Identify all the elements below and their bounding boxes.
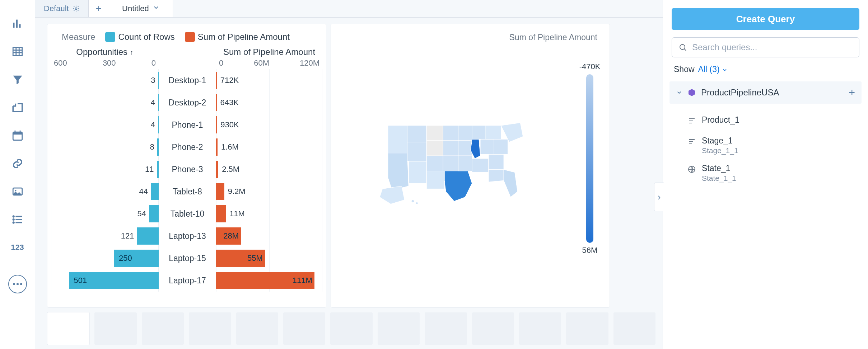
thumb[interactable]	[566, 312, 608, 345]
table-icon[interactable]	[11, 45, 24, 58]
svg-rect-37	[480, 139, 494, 154]
svg-rect-36	[472, 126, 486, 139]
thumb[interactable]	[378, 312, 420, 345]
legend-count: Count of Rows	[105, 32, 174, 42]
count-bar[interactable]	[157, 138, 159, 156]
add-query-button[interactable]: +	[849, 86, 855, 99]
count-bar[interactable]	[157, 161, 159, 178]
query-item[interactable]: Product_1	[672, 111, 859, 132]
search-input[interactable]	[692, 42, 853, 52]
svg-point-19	[13, 219, 14, 220]
show-line: Show All (3)	[672, 65, 859, 74]
svg-text:12: 12	[15, 135, 20, 140]
image-icon[interactable]	[11, 185, 24, 198]
tab-default-label: Default	[44, 4, 69, 13]
tab-untitled[interactable]: Untitled	[109, 0, 173, 17]
bar-row: 8	[51, 136, 159, 158]
amount-bar[interactable]	[216, 138, 218, 156]
thumb[interactable]	[425, 312, 467, 345]
count-bar[interactable]	[149, 205, 159, 222]
amount-label: 712K	[220, 76, 239, 85]
count-label: 4	[151, 98, 155, 107]
svg-rect-35	[458, 156, 472, 171]
amount-label: 11M	[229, 209, 245, 218]
thumb[interactable]	[94, 312, 136, 345]
query-item[interactable]: State_1State_1_1	[672, 159, 859, 187]
query-name: State_1	[702, 164, 736, 173]
amount-bar[interactable]	[216, 72, 217, 89]
thumb[interactable]	[236, 312, 278, 345]
show-all-link[interactable]: All (3)	[698, 65, 728, 74]
expand-panel-handle[interactable]: ›	[654, 183, 664, 211]
bar-row: 44	[51, 180, 159, 203]
svg-rect-33	[458, 126, 472, 141]
query-item[interactable]: Stage_1Stage_1_1	[672, 132, 859, 159]
chevron-down-icon	[153, 4, 160, 13]
category-label: Phone-1	[159, 114, 216, 136]
thumb[interactable]	[519, 312, 561, 345]
count-label: 250	[116, 254, 132, 263]
query-subtitle: Stage_1_1	[702, 146, 738, 155]
count-label: 44	[139, 187, 148, 196]
link-icon[interactable]	[11, 157, 24, 170]
svg-rect-38	[472, 159, 489, 172]
svg-point-44	[680, 44, 685, 49]
thumb[interactable]	[283, 312, 325, 345]
svg-point-43	[416, 202, 418, 204]
count-bar[interactable]	[158, 116, 159, 133]
amount-bar[interactable]	[216, 94, 217, 111]
thumb[interactable]	[47, 312, 89, 345]
create-query-button[interactable]: Create Query	[672, 8, 859, 30]
category-column: Desktop-1Desktop-2Phone-1Phone-2Phone-3T…	[159, 47, 216, 292]
more-icon[interactable]	[8, 275, 27, 293]
amount-label: 55M	[247, 254, 263, 263]
chevron-down-icon	[722, 67, 728, 73]
map-card[interactable]: Sum of Pipeline Amount	[331, 24, 610, 307]
container-icon[interactable]	[11, 101, 24, 114]
thumb[interactable]	[189, 312, 231, 345]
svg-line-45	[685, 49, 686, 51]
svg-marker-46	[689, 89, 695, 96]
tab-add[interactable]: +	[89, 0, 109, 17]
amount-bar[interactable]	[216, 183, 224, 200]
search-box[interactable]	[672, 37, 859, 57]
dataset-header[interactable]: ProductPipelineUSA +	[669, 81, 862, 104]
amount-bar[interactable]	[216, 116, 217, 133]
amount-label: 643K	[220, 98, 239, 107]
svg-rect-11	[19, 131, 20, 133]
list-icon[interactable]	[11, 213, 24, 226]
svg-rect-22	[388, 126, 407, 153]
thumb[interactable]	[330, 312, 372, 345]
map-title: Sum of Pipeline Amount	[335, 33, 606, 46]
count-bar[interactable]	[137, 227, 159, 245]
number-icon[interactable]: 123	[11, 241, 24, 254]
legend: Measure Count of Rows Sum of Pipeline Am…	[62, 30, 322, 44]
dataset-icon	[687, 88, 696, 97]
bar-row: 111M	[216, 269, 322, 292]
category-label: Phone-2	[159, 136, 216, 158]
svg-point-42	[411, 200, 414, 203]
thumb[interactable]	[472, 312, 514, 345]
tab-default[interactable]: Default	[35, 0, 89, 17]
amount-bar[interactable]	[216, 205, 226, 222]
right-axis-title: Sum of Pipeline Amount	[216, 47, 322, 58]
filter-icon[interactable]	[11, 73, 24, 86]
thumb[interactable]	[142, 312, 184, 345]
bar-row: 28M	[216, 225, 322, 247]
category-label: Laptop-15	[159, 247, 216, 269]
amount-bar[interactable]	[216, 161, 218, 178]
gradient-bar	[586, 74, 593, 243]
date-icon[interactable]: 12	[11, 129, 24, 142]
svg-rect-41	[494, 139, 508, 154]
amount-label: 930K	[220, 120, 239, 129]
count-bar[interactable]	[158, 72, 159, 89]
count-bar[interactable]	[158, 94, 159, 111]
thumb[interactable]	[613, 312, 655, 345]
svg-rect-3	[13, 48, 22, 56]
count-label: 4	[151, 120, 155, 129]
chart-icon[interactable]	[11, 17, 24, 30]
left-tick: 300	[103, 58, 116, 69]
bar-chart-card[interactable]: Measure Count of Rows Sum of Pipeline Am…	[47, 24, 326, 307]
side-panel: Create Query Show All (3) ProductPipelin…	[663, 0, 868, 349]
count-bar[interactable]	[151, 183, 159, 200]
